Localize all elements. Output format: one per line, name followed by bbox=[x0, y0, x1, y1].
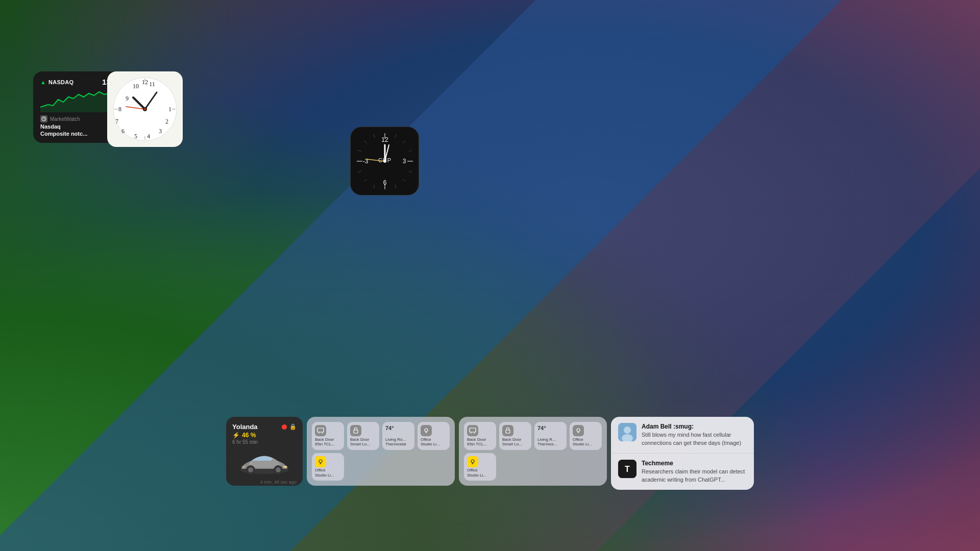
office-light-off-icon-2 bbox=[573, 425, 584, 436]
tesla-status-icons: 🔒 bbox=[282, 423, 297, 430]
tesla-car-image bbox=[232, 448, 297, 479]
svg-point-75 bbox=[471, 460, 474, 463]
tesla-widget-header: Yolanda 🔒 bbox=[232, 423, 297, 431]
marketwatch-icon bbox=[40, 115, 47, 122]
svg-rect-61 bbox=[354, 430, 358, 433]
bottom-widgets-area: Yolanda 🔒 ⚡ 46 % 6 hr 55 min bbox=[0, 417, 980, 490]
home-tile-office-light-on-2[interactable]: OfficeStudio Li... bbox=[464, 453, 496, 481]
home-tile-office-light-off-1[interactable]: OfficeStudio Li... bbox=[418, 422, 450, 450]
thermostat-label-2: Living R...Thermos... bbox=[537, 437, 564, 447]
svg-text:6: 6 bbox=[383, 179, 386, 186]
thermostat-temp-2: 74° bbox=[537, 425, 564, 431]
svg-text:3: 3 bbox=[159, 128, 162, 135]
home-tile-backdoor-lock-2[interactable]: Back DoorSmart Lo... bbox=[499, 422, 531, 450]
home-tile-backdoor-tv-1[interactable]: Back Door65in TCL... bbox=[312, 422, 344, 450]
svg-point-72 bbox=[577, 429, 580, 432]
svg-text:8: 8 bbox=[118, 106, 121, 113]
tesla-timestamp: 4 min, 48 sec ago bbox=[232, 480, 297, 485]
tesla-battery-row: ⚡ 46 % bbox=[232, 432, 297, 439]
backdoor-tv-label-2: Back Door65in TCL... bbox=[467, 437, 493, 447]
backdoor-tv-label-1: Back Door65in TCL... bbox=[315, 437, 341, 447]
notification-adam-bell[interactable]: Adam Bell :smug: Still blows my mind how… bbox=[611, 417, 754, 454]
analog-clock-face: 12 1 2 3 4 5 6 7 8 9 10 11 bbox=[112, 76, 178, 142]
svg-point-53 bbox=[248, 467, 253, 472]
svg-rect-58 bbox=[317, 428, 324, 432]
svg-text:2: 2 bbox=[165, 118, 168, 125]
nasdaq-source: MarketWatch bbox=[50, 116, 80, 122]
svg-point-57 bbox=[241, 466, 246, 468]
svg-point-50 bbox=[383, 160, 386, 163]
office-light-on-icon-1 bbox=[315, 456, 326, 467]
office-light-off-icon-1 bbox=[421, 425, 432, 436]
tesla-car-name: Yolanda bbox=[232, 423, 258, 431]
home-tile-backdoor-lock-1[interactable]: Back DoorSmart Lo... bbox=[347, 422, 379, 450]
home-widget-group-2: Back Door65in TCL... Back DoorSmart Lo..… bbox=[459, 417, 607, 486]
adam-bell-avatar bbox=[618, 423, 636, 441]
svg-point-56 bbox=[283, 466, 287, 468]
adam-bell-sender: Adam Bell :smug: bbox=[642, 423, 747, 430]
svg-text:12: 12 bbox=[381, 136, 388, 143]
techmeme-sender: Techmeme bbox=[642, 460, 747, 467]
svg-text:11: 11 bbox=[149, 81, 155, 88]
digital-clock-face: 12 3 6 -3 CUP bbox=[354, 131, 415, 192]
adam-bell-content: Adam Bell :smug: Still blows my mind how… bbox=[642, 423, 747, 447]
svg-line-2 bbox=[44, 119, 45, 120]
office-light-on-icon-2 bbox=[467, 456, 478, 467]
tesla-lock-icon: 🔒 bbox=[289, 423, 297, 430]
svg-point-65 bbox=[319, 460, 322, 463]
thermostat-temp-1: 74° bbox=[385, 425, 411, 431]
home-tile-backdoor-tv-2[interactable]: Back Door65in TCL... bbox=[464, 422, 496, 450]
home-tile-thermostat-2[interactable]: 74° Living R...Thermos... bbox=[534, 422, 567, 450]
svg-text:6: 6 bbox=[121, 128, 125, 135]
svg-point-55 bbox=[276, 467, 281, 472]
tesla-time: 6 hr 55 min bbox=[232, 439, 297, 445]
analog-clock-widget: 12 1 2 3 4 5 6 7 8 9 10 11 bbox=[107, 71, 183, 147]
nasdaq-label: NASDAQ bbox=[48, 79, 74, 85]
techmeme-content: Techmeme Researchers claim their model c… bbox=[642, 460, 747, 484]
svg-text:10: 10 bbox=[133, 83, 139, 90]
adam-bell-text: Still blows my mind how fast cellular co… bbox=[642, 431, 747, 447]
svg-text:T: T bbox=[625, 465, 630, 473]
backdoor-lock-icon-2 bbox=[502, 425, 513, 436]
svg-text:4: 4 bbox=[147, 133, 150, 140]
svg-point-24 bbox=[144, 108, 146, 110]
svg-point-79 bbox=[624, 427, 631, 434]
techmeme-text: Researchers claim their model can detect… bbox=[642, 468, 747, 484]
backdoor-tv-icon-1 bbox=[315, 425, 326, 436]
backdoor-tv-icon-2 bbox=[467, 425, 478, 436]
backdoor-lock-icon-1 bbox=[350, 425, 361, 436]
digital-clock-widget: 12 3 6 -3 CUP bbox=[350, 127, 419, 195]
techmeme-avatar: T bbox=[618, 460, 636, 478]
svg-text:7: 7 bbox=[115, 118, 118, 125]
tesla-battery-percent: 46 % bbox=[242, 432, 256, 439]
tesla-battery-icon: ⚡ bbox=[232, 432, 240, 439]
office-light-off-label-2: OfficeStudio Li... bbox=[573, 437, 599, 447]
backdoor-lock-label-1: Back DoorSmart Lo... bbox=[350, 437, 376, 447]
office-light-on-label-2: OfficeStudio Li... bbox=[467, 468, 493, 478]
svg-text:3: 3 bbox=[402, 158, 406, 165]
tesla-widget[interactable]: Yolanda 🔒 ⚡ 46 % 6 hr 55 min bbox=[226, 417, 303, 486]
home-tile-thermostat-1[interactable]: 74° Living Ro...Thermostat bbox=[382, 422, 414, 450]
home-tile-office-light-on-1[interactable]: OfficeStudio Li... bbox=[312, 453, 344, 481]
notifications-widget: Adam Bell :smug: Still blows my mind how… bbox=[611, 417, 754, 490]
svg-point-62 bbox=[425, 429, 428, 432]
svg-rect-68 bbox=[470, 428, 476, 432]
backdoor-lock-label-2: Back DoorSmart Lo... bbox=[502, 437, 528, 447]
office-light-off-label-1: OfficeStudio Li... bbox=[421, 437, 447, 447]
home-tile-office-light-off-2[interactable]: OfficeStudio Li... bbox=[570, 422, 602, 450]
home-widget-group-1: Back Door65in TCL... Back DoorSmart Lo..… bbox=[307, 417, 455, 486]
svg-text:9: 9 bbox=[126, 95, 129, 102]
nasdaq-trend-icon: ▲ bbox=[40, 79, 46, 85]
notification-techmeme[interactable]: T Techmeme Researchers claim their model… bbox=[611, 454, 754, 490]
tesla-recording-dot bbox=[282, 424, 287, 430]
svg-text:1: 1 bbox=[168, 106, 172, 113]
svg-text:-3: -3 bbox=[362, 158, 368, 165]
svg-rect-71 bbox=[506, 430, 510, 433]
thermostat-label-1: Living Ro...Thermostat bbox=[385, 437, 411, 447]
office-light-on-label-1: OfficeStudio Li... bbox=[315, 468, 341, 478]
svg-text:5: 5 bbox=[134, 133, 137, 140]
